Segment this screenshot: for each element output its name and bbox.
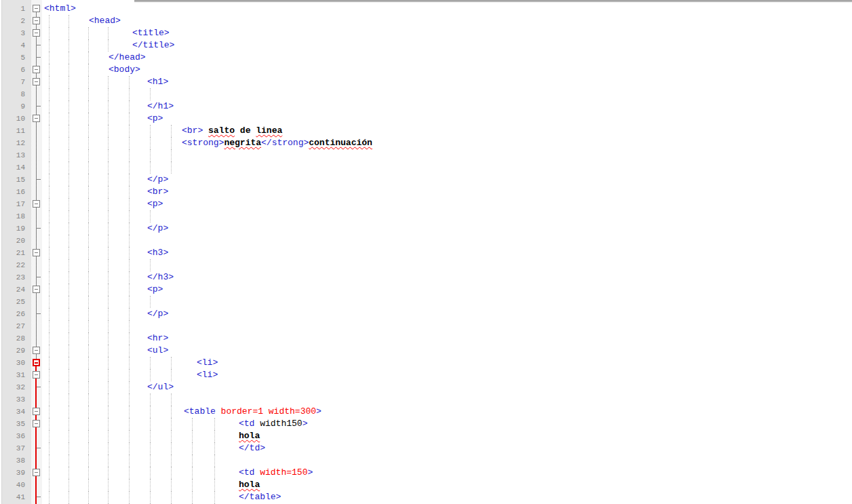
fold-collapse-button[interactable]	[33, 200, 40, 208]
line-number[interactable]: 11	[2, 125, 25, 137]
code-line[interactable]: </head>	[42, 52, 852, 64]
line-number[interactable]: 15	[2, 174, 25, 186]
line-number[interactable]: 31	[2, 369, 25, 381]
fold-collapse-button[interactable]	[33, 469, 40, 476]
line-number[interactable]: 9	[2, 100, 25, 113]
code-line[interactable]	[42, 88, 852, 100]
code-line[interactable]: </table>	[42, 491, 852, 503]
line-number[interactable]: 6	[2, 64, 25, 76]
line-number[interactable]: 37	[2, 442, 25, 454]
code-line[interactable]: <li>	[42, 357, 852, 369]
code-line[interactable]: <li>	[42, 369, 852, 381]
line-number[interactable]: 3	[2, 27, 25, 39]
fold-collapse-button[interactable]	[33, 347, 40, 354]
line-number[interactable]: 40	[2, 479, 25, 491]
fold-collapse-button[interactable]	[33, 420, 40, 427]
line-number[interactable]: 4	[2, 39, 25, 52]
line-number[interactable]: 2	[2, 15, 25, 27]
line-number[interactable]: 39	[2, 467, 25, 479]
code-line[interactable]: hola	[42, 479, 852, 491]
line-number[interactable]: 16	[2, 186, 25, 198]
code-line[interactable]: </h1>	[42, 100, 852, 113]
line-number[interactable]: 20	[2, 235, 25, 247]
code-line[interactable]: </td>	[42, 442, 852, 454]
line-number[interactable]: 36	[2, 430, 25, 442]
code-line[interactable]	[42, 161, 852, 174]
line-number[interactable]: 17	[2, 198, 25, 210]
line-number[interactable]: 18	[2, 210, 25, 222]
code-line[interactable]: <h3>	[42, 247, 852, 259]
code-line[interactable]	[42, 210, 852, 222]
line-number[interactable]: 30	[2, 357, 25, 369]
line-number[interactable]: 8	[2, 88, 25, 100]
fold-collapse-button[interactable]	[33, 359, 40, 366]
fold-collapse-button[interactable]	[33, 5, 40, 12]
code-line[interactable]: <br>	[42, 186, 852, 198]
code-line[interactable]: </p>	[42, 308, 852, 320]
code-line[interactable]: <html>	[42, 3, 852, 15]
fold-collapse-button[interactable]	[33, 29, 40, 37]
line-number[interactable]: 7	[2, 76, 25, 88]
code-line[interactable]: </p>	[42, 174, 852, 186]
code-line[interactable]	[42, 320, 852, 332]
code-line[interactable]: hola	[42, 430, 852, 442]
line-number[interactable]: 21	[2, 247, 25, 259]
line-number[interactable]: 35	[2, 418, 25, 430]
code-line[interactable]	[42, 393, 852, 406]
line-number[interactable]: 12	[2, 137, 25, 149]
code-line[interactable]	[42, 149, 852, 161]
line-number[interactable]: 24	[2, 284, 25, 296]
code-line[interactable]	[42, 296, 852, 308]
line-number[interactable]: 26	[2, 308, 25, 320]
code-text: </title>	[132, 39, 174, 52]
line-number[interactable]: 1	[2, 3, 25, 15]
code-line[interactable]: <td width150>	[42, 418, 852, 430]
code-line[interactable]: </p>	[42, 222, 852, 235]
code-line[interactable]: <body>	[42, 64, 852, 76]
code-line[interactable]: <p>	[42, 198, 852, 210]
line-number[interactable]: 23	[2, 271, 25, 284]
fold-collapse-button[interactable]	[33, 66, 40, 73]
code-line[interactable]: <td width=150>	[42, 467, 852, 479]
code-line[interactable]: <h1>	[42, 76, 852, 88]
line-number[interactable]: 13	[2, 149, 25, 161]
line-number[interactable]: 29	[2, 345, 25, 357]
line-number[interactable]: 25	[2, 296, 25, 308]
line-number[interactable]: 32	[2, 381, 25, 393]
fold-collapse-button[interactable]	[33, 115, 40, 122]
code-line[interactable]: <br> salto de linea	[42, 125, 852, 137]
line-number[interactable]: 14	[2, 161, 25, 174]
fold-collapse-button[interactable]	[33, 286, 40, 293]
fold-collapse-button[interactable]	[33, 78, 40, 85]
line-number[interactable]: 41	[2, 491, 25, 503]
code-line[interactable]: <hr>	[42, 332, 852, 345]
code-line[interactable]: <p>	[42, 284, 852, 296]
code-line[interactable]: </h3>	[42, 271, 852, 284]
line-number[interactable]: 10	[2, 113, 25, 125]
fold-collapse-button[interactable]	[33, 17, 40, 24]
code-line[interactable]: <head>	[42, 15, 852, 27]
line-number[interactable]: 22	[2, 259, 25, 271]
code-line[interactable]: <ul>	[42, 345, 852, 357]
code-line[interactable]: <p>	[42, 113, 852, 125]
fold-collapse-button[interactable]	[33, 371, 40, 379]
code-line[interactable]	[42, 454, 852, 467]
code-line[interactable]: </ul>	[42, 381, 852, 393]
fold-margin-cell	[31, 454, 42, 467]
line-number[interactable]: 38	[2, 454, 25, 467]
code-line[interactable]	[42, 259, 852, 271]
code-line[interactable]: <strong>negrita</strong>continuación	[42, 137, 852, 149]
code-editor[interactable]: 1<html>2<head>3<title>4</title>5</head>6…	[0, 0, 852, 504]
fold-collapse-button[interactable]	[33, 408, 40, 415]
code-line[interactable]: </title>	[42, 39, 852, 52]
line-number[interactable]: 19	[2, 222, 25, 235]
line-number[interactable]: 27	[2, 320, 25, 332]
fold-collapse-button[interactable]	[33, 249, 40, 256]
line-number[interactable]: 5	[2, 52, 25, 64]
code-line[interactable]: <title>	[42, 27, 852, 39]
line-number[interactable]: 28	[2, 332, 25, 345]
code-line[interactable]	[42, 235, 852, 247]
code-line[interactable]: <table border=1 width=300>	[42, 406, 852, 418]
line-number[interactable]: 34	[2, 406, 25, 418]
line-number[interactable]: 33	[2, 393, 25, 406]
